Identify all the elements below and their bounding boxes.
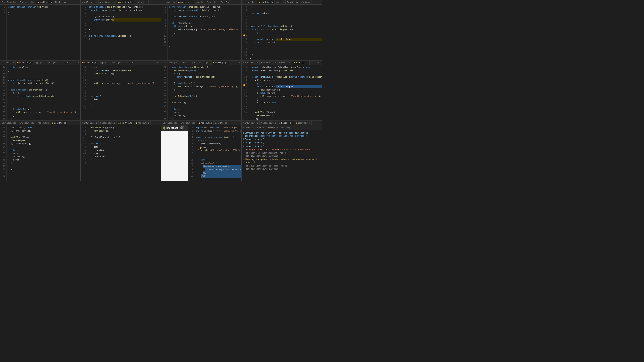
tab-usehttp[interactable]: useHttp.js bbox=[294, 121, 312, 125]
tab-overflow[interactable]: ··· bbox=[154, 1, 161, 3]
tab-meals[interactable]: Meals.jsx bbox=[36, 121, 50, 125]
tab-label: useHttp.js bbox=[180, 1, 192, 3]
tab-label: useHttp.js bbox=[215, 122, 227, 124]
tab-overflow[interactable]: ··· bbox=[235, 61, 241, 64]
tab-usehttp[interactable]: useHttp.js bbox=[81, 60, 98, 65]
tab-checkout[interactable]: Checkout.jsx bbox=[260, 121, 278, 125]
cart-button[interactable]: Cart (0) bbox=[180, 126, 186, 130]
tab-checkout[interactable]: Checkout.jsx bbox=[18, 121, 36, 125]
console-entry-5: at updateFunctionComponent (react-dom.de… bbox=[243, 151, 320, 157]
app-body bbox=[161, 131, 188, 181]
tab-label: Checkout.jsx bbox=[261, 122, 276, 124]
tab-usehttp[interactable]: useHttp.js bbox=[117, 0, 134, 4]
pane-bot-1: CartItem.jsx Checkout.jsx Meals.jsx useH… bbox=[0, 121, 80, 181]
line-numbers: 28293031323334353637383940414243 bbox=[0, 125, 7, 181]
tab-dot bbox=[279, 122, 280, 124]
tab-cartitem[interactable]: CartItem.jsx bbox=[0, 0, 18, 4]
tab-meals[interactable]: Meals.jsx bbox=[197, 121, 214, 125]
code-content: const [isLoading, setIsLoading] = useSta… bbox=[248, 65, 322, 120]
tab-dot bbox=[17, 62, 18, 63]
tab-checkout[interactable]: Checkout.jsx bbox=[179, 60, 197, 65]
tab-appjs[interactable]: app.js bbox=[33, 60, 44, 65]
tab-checkout[interactable]: Checkout.jsx bbox=[98, 121, 116, 125]
tab-cartitem[interactable]: CartItem.jsx bbox=[242, 121, 260, 125]
tab-cartcon[interactable]: CartCon bbox=[58, 60, 70, 65]
tab-cartcon[interactable]: CartCon bbox=[123, 60, 135, 65]
tab-usehttp[interactable]: useHttp.js bbox=[177, 0, 194, 4]
tab-dot bbox=[118, 122, 120, 124]
tab-label: Checkout.jsx bbox=[100, 1, 115, 3]
tab-overflow[interactable]: ··· bbox=[74, 61, 80, 64]
tab-appjs[interactable]: app.js bbox=[275, 0, 285, 4]
tab-usehttp[interactable]: useHttp.js bbox=[36, 0, 54, 4]
tab-meals[interactable]: Meals.jsx bbox=[278, 60, 292, 65]
tab-overflow[interactable]: ··· bbox=[74, 1, 80, 3]
tab-cartcon[interactable]: CartCon bbox=[219, 0, 231, 4]
tab-out[interactable]: ...out.jsx bbox=[161, 0, 177, 4]
tab-checkout[interactable]: Checkout.jsx bbox=[98, 0, 116, 4]
tab-usehttp[interactable]: useHttp.js bbox=[292, 60, 310, 65]
tab-dot bbox=[38, 2, 39, 3]
tab-meals[interactable]: Meals.jsx bbox=[197, 60, 212, 65]
tab-label: Meals.jsx bbox=[201, 122, 212, 124]
devtools-tab-filter[interactable]: Filter bbox=[277, 126, 284, 129]
app-logo: 🍔 bbox=[163, 126, 165, 130]
code-area: 192021222324252627282930313233343536 con… bbox=[242, 65, 322, 120]
tab-label: useHttp.js bbox=[84, 61, 96, 64]
tab-usehttp[interactable]: useHttp.js bbox=[50, 121, 68, 125]
tab-cartitem[interactable]: CartItem.jsx bbox=[161, 60, 179, 65]
tab-overflow[interactable]: ··· bbox=[154, 61, 161, 64]
tab-bar: CartItem.jsx Checkout.jsx useHttp.js Mea… bbox=[81, 121, 161, 125]
tab-out[interactable]: ...out.jsx bbox=[242, 0, 257, 4]
tab-usehttp[interactable]: useHttp.js bbox=[16, 60, 33, 65]
pane-bot-3: CartItem.jsx Checkout.jsx Meals.jsx useH… bbox=[161, 121, 242, 181]
tab-overflow[interactable]: ··· bbox=[74, 122, 80, 124]
tab-cartitem[interactable]: CartItem.jsx bbox=[161, 121, 179, 125]
tab-usehttp[interactable]: useHttp.js bbox=[214, 121, 229, 125]
tab-out[interactable]: ...out.jsx bbox=[0, 60, 16, 65]
tab-input[interactable]: Input.jsx bbox=[109, 60, 123, 65]
devtools-tab-console[interactable]: Console bbox=[256, 126, 264, 129]
tab-overflow[interactable]: ··· bbox=[235, 122, 241, 124]
devtools-tab-sources[interactable]: Sources bbox=[266, 126, 275, 129]
tab-appjs[interactable]: app.js bbox=[194, 0, 205, 4]
tab-usehttp[interactable]: useHttp.js bbox=[212, 60, 229, 65]
pane-top-2: CartItem.jsx Checkout.jsx useHttp.js Mea… bbox=[80, 0, 161, 60]
tab-input[interactable]: Input.jsx bbox=[44, 60, 58, 65]
tab-overflow[interactable]: ··· bbox=[315, 122, 322, 124]
tab-appjs[interactable]: app.js bbox=[98, 60, 109, 65]
tab-cartitem[interactable]: CartItem.jsx bbox=[81, 0, 98, 4]
tab-cartitem[interactable]: CartItem.jsx bbox=[81, 121, 98, 125]
tab-checkout[interactable]: Checkout.jsx bbox=[260, 60, 278, 65]
tab-label: Meals.jsx bbox=[38, 122, 49, 124]
tab-checkout[interactable]: Checkout.jsx bbox=[18, 0, 36, 4]
tab-cartitem[interactable]: CartItem.jsx bbox=[0, 121, 18, 125]
tab-input[interactable]: Input.jsx bbox=[286, 0, 300, 4]
tab-label: ...out.jsx bbox=[243, 1, 256, 3]
tab-dot bbox=[136, 122, 137, 124]
tab-label: Input.jsx bbox=[110, 61, 121, 64]
tab-label: Meals.jsx bbox=[279, 61, 290, 64]
tab-meals[interactable]: Meals.jsx bbox=[278, 121, 294, 125]
tab-overflow[interactable]: ··· bbox=[235, 1, 241, 3]
tab-checkout[interactable]: Checkout.jsx bbox=[179, 121, 197, 125]
tab-overflow[interactable]: ··· bbox=[315, 61, 322, 64]
tab-cartcon[interactable]: CartCon bbox=[300, 0, 312, 4]
tab-meals[interactable]: Meals.jsx bbox=[134, 0, 148, 4]
code-area: 28293031323334353637383940414243 setIsLo… bbox=[0, 125, 80, 181]
tab-usehttp[interactable]: useHttp.js bbox=[117, 121, 134, 125]
tab-input[interactable]: Input.jsx bbox=[205, 0, 219, 4]
tab-meals[interactable]: Meals.jsx bbox=[54, 0, 68, 4]
tab-bar: ...out.jsx useHttp.js app.js Input.jsx C… bbox=[161, 0, 241, 5]
react-devtools-link[interactable]: https://reactjs.org/link/react-devtools bbox=[260, 135, 307, 137]
tab-dot bbox=[296, 122, 297, 124]
line-numbers: 192021222324252627282930313233343536 bbox=[242, 65, 248, 120]
tab-overflow[interactable]: ··· bbox=[154, 122, 161, 124]
tab-usehttp[interactable]: useHttp.js bbox=[257, 0, 275, 4]
tab-meals[interactable]: Meals.jsx bbox=[134, 121, 150, 125]
tab-label: useHttp.js bbox=[296, 61, 308, 64]
devtools-tab-elements[interactable]: Elements bbox=[243, 126, 253, 129]
tab-bar-top: CartItem.jsx Checkout.jsx Meals.jsx useH… bbox=[242, 121, 322, 125]
devtools-tab-top[interactable]: top bbox=[287, 126, 290, 129]
tab-cartitem[interactable]: CartItem.jsx bbox=[242, 60, 260, 65]
